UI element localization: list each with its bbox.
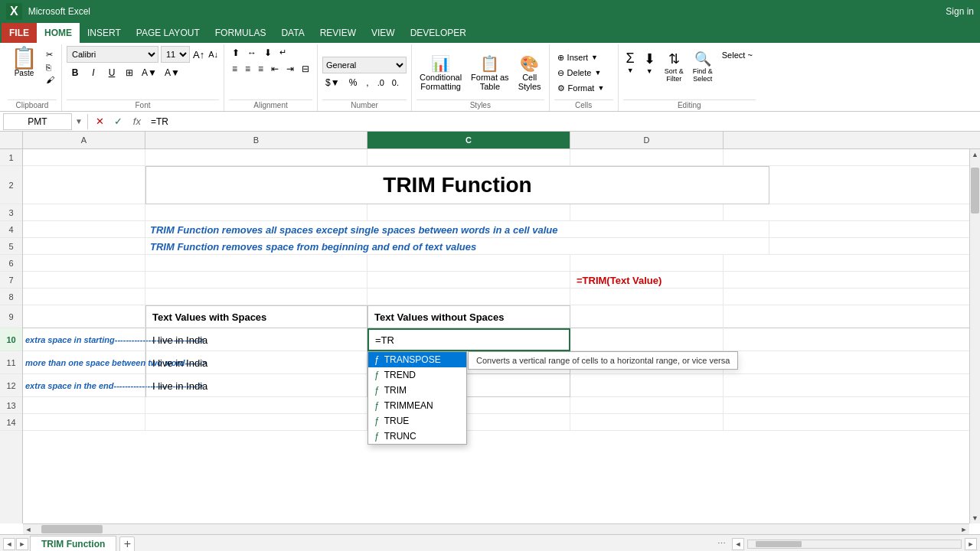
ac-item-trim[interactable]: ƒ TRIM <box>368 383 466 398</box>
row-header-2[interactable]: 2 <box>0 166 22 204</box>
cell-b13[interactable] <box>145 397 368 414</box>
cell-d7[interactable]: =TRIM(Text Value) <box>570 272 724 289</box>
cell-a1[interactable] <box>23 149 145 166</box>
formula-input[interactable] <box>148 116 977 127</box>
cell-a6[interactable] <box>23 255 145 272</box>
cell-d10[interactable] <box>570 328 724 351</box>
vscroll-thumb[interactable] <box>971 168 979 214</box>
cell-c8[interactable] <box>368 289 570 305</box>
cell-b11[interactable]: I live in India <box>145 351 368 374</box>
cell-a7[interactable] <box>23 272 145 289</box>
cell-a3[interactable] <box>23 204 145 221</box>
sheet-nav-next-button[interactable]: ► <box>16 538 28 550</box>
copy-button[interactable]: ⎘ <box>44 62 57 73</box>
name-box[interactable] <box>3 113 72 130</box>
sheet-tab-active[interactable]: TRIM Function <box>30 536 116 551</box>
tab-home[interactable]: HOME <box>37 23 80 43</box>
align-center-button[interactable]: ≡ <box>242 62 253 76</box>
underline-button[interactable]: U <box>103 65 120 80</box>
decimal-decrease-button[interactable]: 0. <box>390 77 401 89</box>
cell-b7[interactable] <box>145 272 368 289</box>
align-middle-button[interactable]: ↔ <box>244 46 260 60</box>
tab-data[interactable]: DATA <box>273 23 312 43</box>
row-header-7[interactable]: 7 <box>0 272 22 289</box>
row-header-14[interactable]: 14 <box>0 414 22 431</box>
horizontal-scrollbar[interactable]: ◄ ► <box>23 523 969 534</box>
cell-a10[interactable]: extra space in starting-----------------… <box>23 328 145 351</box>
cell-d8[interactable] <box>570 289 724 305</box>
cut-button[interactable]: ✂ <box>44 49 57 60</box>
fill-button[interactable]: ⬇ ▼ <box>641 49 658 77</box>
format-as-table-button[interactable]: 📋 Format asTable <box>468 53 512 93</box>
cell-a12[interactable]: extra space in the end------------------… <box>23 374 145 397</box>
ac-item-trimmean[interactable]: ƒ TRIMMEAN <box>368 398 466 413</box>
confirm-button[interactable]: ✓ <box>111 116 126 127</box>
conditional-formatting-button[interactable]: 📊 ConditionalFormatting <box>416 53 465 93</box>
vscroll-track[interactable] <box>970 160 980 513</box>
select-dropdown-button[interactable]: Select ~ <box>719 49 756 61</box>
cell-b9-header[interactable]: Text Values with Spaces <box>145 305 368 328</box>
cell-d1[interactable] <box>570 149 724 166</box>
find-select-button[interactable]: 🔍 Find &Select <box>690 49 716 84</box>
fill-color-button[interactable]: A▼ <box>139 66 160 80</box>
decimal-increase-button[interactable]: .0 <box>375 77 387 89</box>
number-format-dropdown[interactable]: General <box>322 57 407 73</box>
cancel-button[interactable]: ✕ <box>93 116 108 127</box>
row-header-4[interactable]: 4 <box>0 221 22 238</box>
format-painter-button[interactable]: 🖌 <box>44 74 57 85</box>
currency-button[interactable]: $▼ <box>322 76 343 90</box>
delete-cells-button[interactable]: ⊖Delete▼ <box>554 67 613 80</box>
cell-b12[interactable]: I live in India <box>145 374 368 397</box>
ac-item-trunc[interactable]: ƒ TRUNC <box>368 429 466 444</box>
font-size-decrease-button[interactable]: A↓ <box>207 49 219 60</box>
row-header-1[interactable]: 1 <box>0 149 22 166</box>
cell-a8[interactable] <box>23 289 145 305</box>
row-header-12[interactable]: 12 <box>0 374 22 397</box>
add-sheet-button[interactable]: + <box>119 536 135 552</box>
tab-developer[interactable]: DEVELOPER <box>403 23 474 43</box>
vscroll-up-button[interactable]: ▲ <box>970 149 980 160</box>
sheet-nav-prev-button[interactable]: ◄ <box>3 538 15 550</box>
row-header-3[interactable]: 3 <box>0 204 22 221</box>
hscroll-track[interactable] <box>34 524 959 534</box>
cell-a13[interactable] <box>23 397 145 414</box>
vscroll-down-button[interactable]: ▼ <box>970 513 980 523</box>
format-cells-button[interactable]: ⚙Format▼ <box>554 82 613 95</box>
hscroll-thumb[interactable] <box>41 525 103 533</box>
font-size-dropdown[interactable]: 11 <box>161 46 190 63</box>
font-name-dropdown[interactable]: Calibri <box>67 46 158 63</box>
tab-insert[interactable]: INSERT <box>80 23 129 43</box>
cell-d3[interactable] <box>570 204 724 221</box>
tab-page-layout[interactable]: PAGE LAYOUT <box>129 23 207 43</box>
align-right-button[interactable]: ≡ <box>255 62 266 76</box>
indent-decrease-button[interactable]: ⇤ <box>268 62 282 76</box>
col-header-b[interactable]: B <box>145 132 368 148</box>
font-color-button[interactable]: A▼ <box>162 66 183 80</box>
cell-b3[interactable] <box>145 204 368 221</box>
col-header-c[interactable]: C <box>368 132 570 148</box>
row-header-10[interactable]: 10 <box>0 328 22 351</box>
cell-c9-header[interactable]: Text Values without Spaces <box>368 305 570 328</box>
cell-c10[interactable]: =TR <box>368 328 570 351</box>
cell-b1[interactable] <box>145 149 368 166</box>
sign-in-button[interactable]: Sign in <box>946 6 974 17</box>
cell-a9[interactable] <box>23 305 145 328</box>
cell-b8[interactable] <box>145 289 368 305</box>
align-left-button[interactable]: ≡ <box>229 62 240 76</box>
name-box-arrow[interactable]: ▼ <box>75 117 83 126</box>
tab-view[interactable]: VIEW <box>364 23 403 43</box>
row-header-8[interactable]: 8 <box>0 289 22 305</box>
comma-button[interactable]: , <box>363 76 371 90</box>
cell-d6[interactable] <box>570 255 724 272</box>
cell-c6[interactable] <box>368 255 570 272</box>
bold-button[interactable]: B <box>67 65 83 80</box>
cell-c3[interactable] <box>368 204 570 221</box>
hscroll-left-button[interactable]: ◄ <box>23 524 34 535</box>
cell-a4[interactable] <box>23 221 145 238</box>
row-header-9[interactable]: 9 <box>0 305 22 328</box>
tab-file[interactable]: FILE <box>2 23 37 43</box>
tab-formulas[interactable]: FORMULAS <box>207 23 274 43</box>
ac-item-transpose[interactable]: ƒ TRANSPOSE <box>368 352 466 367</box>
cell-a11[interactable]: more than one space between two word----… <box>23 351 145 374</box>
cell-a5[interactable] <box>23 238 145 255</box>
